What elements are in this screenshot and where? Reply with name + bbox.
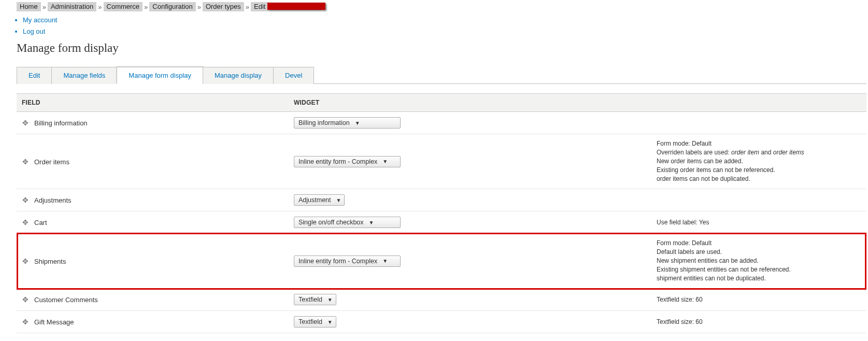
move-handle-icon[interactable]: ✥ bbox=[22, 318, 29, 326]
field-label: Customer Comments bbox=[34, 296, 98, 304]
chevron-down-icon: ▼ bbox=[336, 197, 341, 203]
chevron-down-icon: ▼ bbox=[382, 159, 388, 164]
breadcrumb-sep: » bbox=[197, 3, 201, 11]
widget-summary: Form mode: DefaultOverriden labels are u… bbox=[657, 139, 861, 183]
widget-select-label: Textfield bbox=[298, 318, 322, 325]
tab-manage-form-display[interactable]: Manage form display bbox=[117, 67, 203, 84]
widget-select[interactable]: Billing information▼ bbox=[294, 117, 401, 129]
widget-select[interactable]: Inline entity form - Complex▼ bbox=[294, 156, 401, 167]
breadcrumb-sep: » bbox=[144, 3, 148, 11]
widget-summary: Use field label: Yes bbox=[657, 218, 861, 227]
my-account-link[interactable]: My account bbox=[23, 16, 57, 24]
field-label: Adjustments bbox=[34, 196, 72, 204]
widget-select-label: Single on/off checkbox bbox=[298, 219, 364, 226]
breadcrumb-sep: » bbox=[98, 3, 102, 11]
form-display-table: FIELD WIDGET ✥Billing informationBilling… bbox=[17, 93, 866, 333]
tabs: Edit Manage fields Manage form display M… bbox=[17, 66, 866, 84]
breadcrumb-redacted bbox=[269, 3, 321, 10]
widget-select-label: Adjustment bbox=[298, 196, 331, 204]
move-handle-icon[interactable]: ✥ bbox=[22, 196, 29, 204]
breadcrumb-item-configuration[interactable]: Configuration bbox=[149, 2, 195, 11]
page-title: Manage form display bbox=[17, 41, 866, 55]
breadcrumb-item-edit[interactable]: Edit bbox=[251, 2, 268, 11]
widget-select[interactable]: Single on/off checkbox▼ bbox=[294, 217, 401, 228]
table-header-field: FIELD bbox=[17, 94, 289, 112]
widget-select-label: Inline entity form - Complex bbox=[298, 158, 377, 165]
chevron-down-icon: ▼ bbox=[328, 297, 333, 303]
field-label: Order items bbox=[34, 158, 69, 166]
log-out-link[interactable]: Log out bbox=[23, 27, 45, 35]
table-row: ✥ShipmentsInline entity form - Complex▼F… bbox=[17, 234, 866, 289]
breadcrumb-item-order-types[interactable]: Order types bbox=[203, 2, 244, 11]
chevron-down-icon: ▼ bbox=[355, 120, 360, 126]
move-handle-icon[interactable]: ✥ bbox=[22, 295, 29, 304]
widget-select[interactable]: Adjustment▼ bbox=[294, 194, 345, 206]
chevron-down-icon: ▼ bbox=[382, 258, 388, 264]
breadcrumb-item-administration[interactable]: Administration bbox=[48, 2, 96, 11]
tab-manage-display[interactable]: Manage display bbox=[203, 67, 274, 84]
table-row: ✥Gift MessageTextfield▼Textfield size: 6… bbox=[17, 311, 866, 333]
user-links: My account Log out bbox=[17, 16, 866, 36]
breadcrumb-sep: » bbox=[246, 3, 249, 11]
widget-summary: Form mode: DefaultDefault labels are use… bbox=[657, 239, 861, 283]
move-handle-icon[interactable]: ✥ bbox=[22, 218, 29, 226]
move-handle-icon[interactable]: ✥ bbox=[22, 257, 29, 265]
widget-select-label: Inline entity form - Complex bbox=[298, 258, 377, 265]
field-label: Cart bbox=[34, 219, 47, 226]
table-row: ✥Billing informationBilling information▼ bbox=[17, 112, 866, 134]
widget-select[interactable]: Textfield▼ bbox=[294, 316, 336, 328]
tab-manage-fields[interactable]: Manage fields bbox=[51, 67, 117, 84]
widget-select[interactable]: Textfield▼ bbox=[294, 294, 336, 305]
field-label: Gift Message bbox=[34, 318, 74, 326]
widget-select-label: Billing information bbox=[298, 119, 350, 126]
breadcrumb-item-commerce[interactable]: Commerce bbox=[104, 2, 143, 11]
table-row: ✥CartSingle on/off checkbox▼Use field la… bbox=[17, 211, 866, 234]
table-row: ✥AdjustmentsAdjustment▼ bbox=[17, 189, 866, 211]
table-header-widget: WIDGET bbox=[289, 94, 866, 112]
chevron-down-icon: ▼ bbox=[328, 319, 333, 325]
field-label: Billing information bbox=[34, 119, 88, 127]
tab-edit[interactable]: Edit bbox=[17, 67, 52, 84]
field-label: Shipments bbox=[34, 258, 66, 265]
move-handle-icon[interactable]: ✥ bbox=[22, 119, 29, 127]
tab-devel[interactable]: Devel bbox=[273, 67, 314, 84]
breadcrumb: Home » Administration » Commerce » Confi… bbox=[17, 2, 866, 11]
table-row: ✥Order itemsInline entity form - Complex… bbox=[17, 134, 866, 189]
widget-summary: Textfield size: 60 bbox=[657, 295, 861, 304]
move-handle-icon[interactable]: ✥ bbox=[22, 158, 29, 166]
table-row: ✥Customer CommentsTextfield▼Textfield si… bbox=[17, 289, 866, 311]
breadcrumb-item-home[interactable]: Home bbox=[17, 2, 41, 11]
chevron-down-icon: ▼ bbox=[369, 220, 374, 225]
breadcrumb-sep: » bbox=[42, 3, 46, 11]
widget-summary: Textfield size: 60 bbox=[657, 318, 861, 326]
widget-select-label: Textfield bbox=[298, 296, 322, 303]
widget-select[interactable]: Inline entity form - Complex▼ bbox=[294, 255, 401, 267]
